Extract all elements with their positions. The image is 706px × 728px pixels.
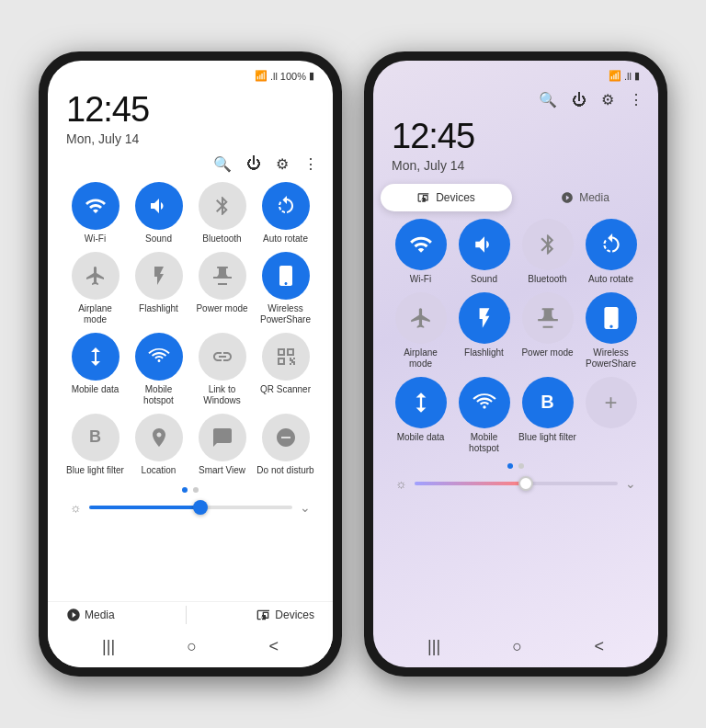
left-devices-label: Devices [275, 609, 314, 621]
tile-sound[interactable]: Sound [130, 182, 188, 245]
left-brightness-slider[interactable] [89, 506, 292, 509]
left-nav-back[interactable]: < [268, 637, 279, 656]
tile-wifi[interactable]: Wi-Fi [66, 182, 124, 245]
left-devices-btn[interactable]: Devices [256, 608, 314, 622]
tile-autorotate[interactable]: Auto rotate [256, 182, 314, 245]
tile-autorotate-icon [262, 182, 310, 230]
right-tile-powermode-label: Power mode [521, 347, 573, 358]
tile-link-icon [199, 333, 246, 381]
right-search-icon[interactable]: 🔍 [539, 91, 557, 108]
right-tile-flashlight-icon [459, 292, 510, 344]
left-slider-thumb[interactable] [193, 500, 208, 515]
right-tile-wifi-label: Wi-Fi [410, 274, 431, 285]
right-more-icon[interactable]: ⋮ [629, 91, 643, 108]
right-power-icon[interactable]: ⏻ [572, 92, 586, 108]
right-tile-powermode[interactable]: Power mode [518, 292, 576, 370]
left-pagination [63, 482, 318, 496]
tile-mobiledata-label: Mobile data [72, 384, 120, 395]
left-phone: 📶 .ll 100% ▮ 12:45 Mon, July 14 🔍 ⏻ ⚙ ⋮ [39, 51, 342, 677]
left-search-icon[interactable]: 🔍 [213, 155, 232, 173]
right-tile-wireless-label: Wireless PowerShare [582, 347, 640, 370]
tile-mobiledata[interactable]: Mobile data [66, 333, 124, 406]
tile-smartview-icon [199, 414, 246, 461]
right-pagination [388, 458, 643, 472]
right-tile-mobiledata[interactable]: Mobile data [392, 377, 450, 454]
right-nav-back[interactable]: < [594, 637, 604, 656]
left-settings-icon[interactable]: ⚙ [276, 155, 289, 173]
left-nav-recent[interactable]: ||| [102, 637, 115, 656]
right-tile-flashlight[interactable]: Flashlight [455, 292, 513, 370]
tile-airplane-label: Airplane mode [66, 303, 124, 325]
right-tabs: Devices Media [373, 176, 658, 215]
right-tile-hotspot[interactable]: Mobile hotspot [455, 377, 513, 454]
tile-flashlight-icon [135, 252, 183, 300]
tile-smartview[interactable]: Smart View [193, 414, 251, 476]
tile-link[interactable]: Link to Windows [193, 333, 251, 406]
left-qs-toolbar: 🔍 ⏻ ⚙ ⋮ [48, 150, 333, 176]
right-tile-wireless-icon [586, 292, 637, 344]
left-power-icon[interactable]: ⏻ [246, 155, 261, 172]
left-clock-date: Mon, July 14 [66, 131, 314, 146]
tile-autorotate-label: Auto rotate [263, 233, 308, 245]
tile-flashlight[interactable]: Flashlight [130, 252, 188, 325]
right-brightness-chevron-icon[interactable]: ⌄ [625, 476, 636, 491]
tile-qr[interactable]: QR Scanner [256, 333, 314, 406]
right-tile-add[interactable]: + [582, 377, 640, 454]
tile-wifi-icon [72, 182, 120, 230]
tile-hotspot[interactable]: Mobile hotspot [130, 333, 188, 406]
right-tile-autorotate-icon [586, 219, 637, 270]
tile-powermode[interactable]: Power mode [193, 252, 251, 325]
tile-bluetooth[interactable]: Bluetooth [193, 182, 251, 245]
tile-airplane[interactable]: Airplane mode [66, 252, 124, 325]
tile-location[interactable]: Location [130, 414, 188, 476]
right-tile-bluelight[interactable]: B Blue light filter [518, 377, 576, 454]
right-media-label: Media [579, 191, 609, 204]
right-brightness-row: ☼ ⌄ [388, 472, 643, 495]
right-slider-thumb[interactable] [518, 476, 533, 491]
right-tile-airplane[interactable]: Airplane mode [392, 292, 450, 370]
tile-sound-icon [135, 182, 183, 230]
tile-bluetooth-icon [199, 182, 246, 230]
right-media-tab[interactable]: Media [519, 184, 651, 211]
right-tile-bluelight-icon: B [522, 377, 574, 428]
tile-wireless[interactable]: Wireless PowerShare [256, 252, 314, 325]
right-nav-recent[interactable]: ||| [427, 637, 440, 656]
left-more-icon[interactable]: ⋮ [303, 155, 318, 173]
right-settings-icon[interactable]: ⚙ [601, 91, 614, 108]
right-tile-flashlight-label: Flashlight [464, 347, 504, 358]
dot-2 [193, 487, 199, 493]
right-tile-airplane-icon [395, 292, 447, 344]
right-nav-home[interactable]: ○ [512, 637, 522, 656]
right-brightness-slider[interactable] [415, 482, 618, 485]
left-media-label: Media [85, 609, 115, 621]
right-tile-bluetooth-icon [522, 219, 574, 270]
right-clock-time: 12:45 [392, 118, 640, 156]
left-nav-bar: ||| ○ < [48, 630, 333, 667]
right-tile-mobiledata-icon [395, 377, 447, 428]
tile-sound-label: Sound [145, 233, 172, 245]
right-status-icons: 📶 .ll ▮ [609, 70, 640, 82]
brightness-chevron-icon[interactable]: ⌄ [300, 500, 311, 515]
left-media-btn[interactable]: Media [66, 608, 115, 622]
right-tile-sound[interactable]: Sound [455, 219, 513, 285]
right-tile-bluetooth-label: Bluetooth [528, 274, 566, 285]
right-tiles-grid: Wi-Fi Sound Bluetooth [388, 215, 643, 458]
right-tile-autorotate[interactable]: Auto rotate [582, 219, 640, 285]
left-clock-area: 12:45 Mon, July 14 [48, 85, 333, 150]
tile-dnd[interactable]: Do not disturb [256, 414, 314, 476]
tile-qr-label: QR Scanner [260, 384, 311, 395]
tile-airplane-icon [72, 252, 120, 300]
right-tile-sound-icon [459, 219, 510, 270]
right-tile-bluetooth[interactable]: Bluetooth [518, 219, 576, 285]
left-status-icons: 📶 .ll 100% ▮ [255, 70, 314, 82]
left-tiles-grid: Wi-Fi Sound Bluetooth [63, 176, 318, 482]
right-tile-autorotate-label: Auto rotate [588, 274, 633, 285]
right-tile-hotspot-icon [459, 377, 510, 428]
left-nav-home[interactable]: ○ [187, 637, 197, 656]
right-qs-toolbar: 🔍 ⏻ ⚙ ⋮ [373, 85, 658, 112]
tile-bluelight[interactable]: B Blue light filter [66, 414, 124, 476]
right-tile-wireless[interactable]: Wireless PowerShare [582, 292, 640, 370]
tile-dnd-label: Do not disturb [256, 465, 313, 476]
right-tile-wifi[interactable]: Wi-Fi [392, 219, 450, 285]
right-devices-tab[interactable]: Devices [381, 184, 512, 211]
